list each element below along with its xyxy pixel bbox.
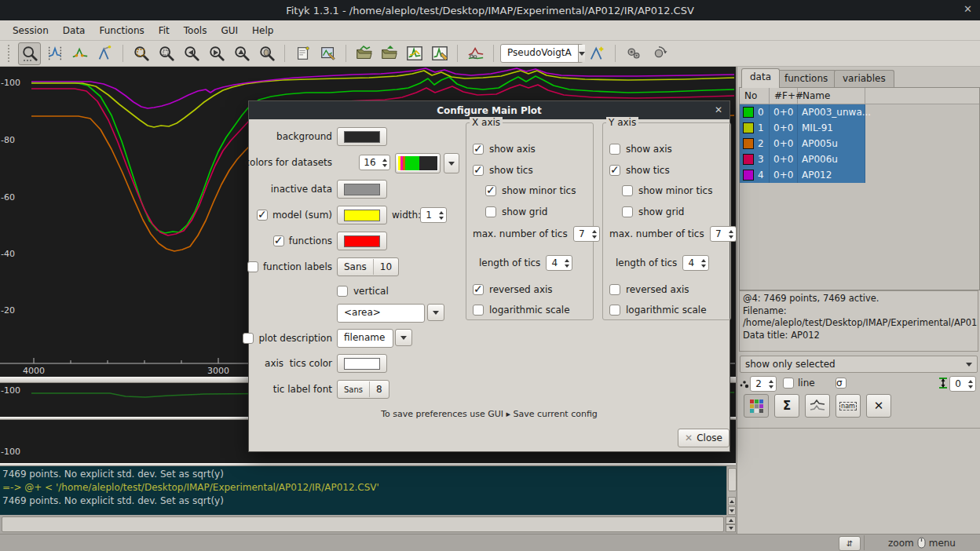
model-checkbox[interactable] [257, 210, 268, 221]
description-dropdown-arrow[interactable] [395, 329, 412, 346]
y-max-tics-spinner[interactable]: 7 [710, 226, 737, 242]
y-show-axis-checkbox[interactable] [609, 144, 620, 155]
table-row[interactable]: 4 0+0 AP012 [740, 167, 865, 183]
tab-data[interactable]: data [741, 68, 780, 88]
toolbar-grip[interactable] [8, 45, 13, 62]
command-input[interactable] [2, 516, 724, 532]
zoom-selection-icon[interactable] [155, 42, 177, 65]
strip-background-icon[interactable] [464, 42, 487, 65]
status-props-button[interactable]: ⇵ [839, 536, 861, 551]
y-show-tics-checkbox[interactable] [609, 165, 620, 176]
zoom-vertical-icon[interactable] [230, 42, 253, 65]
menu-data[interactable]: Data [57, 23, 92, 38]
x-reversed-checkbox[interactable] [473, 284, 484, 295]
datasets-count-spinner[interactable]: 16 [359, 155, 390, 170]
menu-help[interactable]: Help [246, 23, 280, 38]
close-button[interactable]: ✕ Close [678, 429, 730, 447]
menu-session[interactable]: Session [6, 23, 55, 38]
vertical-checkbox[interactable] [337, 286, 348, 297]
dataset-color-swatch[interactable] [743, 170, 754, 181]
table-row[interactable]: 0 0+0 AP003_unwa... [740, 104, 865, 120]
plot-description-checkbox[interactable] [243, 333, 254, 344]
auto-add-peak-icon[interactable] [586, 42, 609, 65]
shift-spinner[interactable]: 0 [949, 376, 976, 392]
dataset-palette-button[interactable] [395, 153, 441, 173]
zoom-previous-icon[interactable] [180, 42, 203, 65]
output-console[interactable]: 7469 points. No explicit std. dev. Set a… [0, 466, 736, 515]
label-format-combo[interactable]: <area> [337, 304, 425, 323]
y-tic-length-spinner[interactable]: 4 [682, 255, 709, 271]
dataset-color-swatch[interactable] [743, 138, 754, 149]
data-range-mode-icon[interactable] [43, 42, 66, 65]
dataset-table[interactable]: No #F+# Name 0 0+0 AP003_unwa... 1 0+0 M… [739, 87, 980, 290]
dataset-color-swatch[interactable] [743, 154, 754, 165]
inactive-color-button[interactable] [337, 180, 387, 199]
functions-color-button[interactable] [337, 232, 387, 250]
open-data-icon[interactable] [353, 42, 375, 65]
menu-tools[interactable]: Tools [177, 23, 214, 38]
x-show-axis-checkbox[interactable] [473, 144, 484, 155]
menu-gui[interactable]: GUI [214, 23, 244, 38]
tic-font-button[interactable]: Sans 8 [337, 380, 389, 399]
width-spinner[interactable]: 1 [420, 207, 447, 223]
zoom-mouse-icon[interactable] [255, 42, 278, 65]
labels-font-button[interactable]: Sans 10 [337, 257, 399, 276]
filter-combo[interactable]: show only selected [740, 356, 978, 373]
peak-type-combo[interactable]: PseudoVoigtA [500, 44, 583, 63]
export-plot-icon[interactable] [403, 42, 426, 65]
draw-peak-mode-icon[interactable] [68, 42, 91, 65]
session-log-icon[interactable] [291, 42, 314, 65]
x-max-tics-spinner[interactable]: 7 [573, 226, 600, 242]
x-tic-length-spinner[interactable]: 4 [546, 255, 572, 271]
gui-config-icon[interactable] [316, 42, 339, 65]
scroll-up-icon[interactable] [728, 497, 736, 505]
peak-type-dropdown-arrow[interactable] [578, 45, 585, 62]
continue-fit-icon[interactable] [647, 42, 670, 65]
console-scrollbar-thumb[interactable] [728, 468, 737, 491]
window-close-button[interactable]: ✕ [964, 3, 972, 15]
x-show-tics-checkbox[interactable] [473, 165, 484, 176]
tics-color-button[interactable] [337, 354, 387, 373]
y-reversed-checkbox[interactable] [609, 284, 620, 295]
input-history-arrows[interactable] [726, 516, 736, 532]
table-row[interactable]: 3 0+0 AP006u [740, 151, 865, 167]
console-scrollbar[interactable] [726, 466, 736, 515]
history-down-icon[interactable] [726, 524, 736, 532]
delete-data-button[interactable]: ✕ [866, 394, 891, 418]
label-format-dropdown-arrow[interactable] [427, 304, 444, 321]
point-size-spinner[interactable]: 2 [750, 376, 777, 392]
run-fit-icon[interactable] [622, 42, 645, 65]
dialog-close-icon[interactable]: ✕ [715, 104, 722, 115]
y-show-grid-checkbox[interactable] [622, 206, 633, 217]
scroll-down-icon[interactable] [728, 506, 736, 515]
dataset-color-swatch[interactable] [743, 107, 754, 118]
filter-dropdown-arrow[interactable] [961, 356, 977, 372]
dataset-colors-button[interactable] [744, 394, 769, 418]
zoom-mode-icon[interactable] [18, 42, 41, 65]
duplicate-data-button[interactable] [805, 394, 830, 418]
model-color-button[interactable] [337, 206, 387, 224]
window-titlebar[interactable]: Fityk 1.3.1 - /home/aleplo/test/Desktop/… [0, 0, 980, 20]
add-peak-mode-icon[interactable] [93, 42, 116, 65]
y-show-minor-tics-checkbox[interactable] [622, 185, 633, 196]
tab-functions[interactable]: functions [776, 70, 836, 87]
tab-variables[interactable]: variables [834, 70, 894, 87]
table-row[interactable]: 2 0+0 AP005u [740, 136, 865, 151]
y-logarithmic-checkbox[interactable] [609, 305, 620, 316]
x-logarithmic-checkbox[interactable] [473, 305, 484, 316]
menu-functions[interactable]: Functions [93, 23, 150, 38]
zoom-next-icon[interactable] [205, 42, 228, 65]
functions-checkbox[interactable] [273, 235, 284, 246]
dataset-color-swatch[interactable] [743, 122, 754, 133]
table-row[interactable]: 1 0+0 MIL-91 [740, 120, 865, 136]
zoom-all-icon[interactable] [130, 42, 152, 65]
save-image-icon[interactable] [428, 42, 451, 65]
background-color-button[interactable] [337, 127, 387, 146]
open-session-icon[interactable] [378, 42, 400, 65]
rename-data-button[interactable]: nam [836, 394, 861, 418]
function-labels-checkbox[interactable] [247, 261, 258, 272]
history-up-icon[interactable] [726, 516, 736, 524]
description-format-combo[interactable]: filename [337, 329, 393, 348]
line-checkbox[interactable] [783, 378, 794, 389]
palette-dropdown-arrow[interactable] [444, 153, 459, 173]
